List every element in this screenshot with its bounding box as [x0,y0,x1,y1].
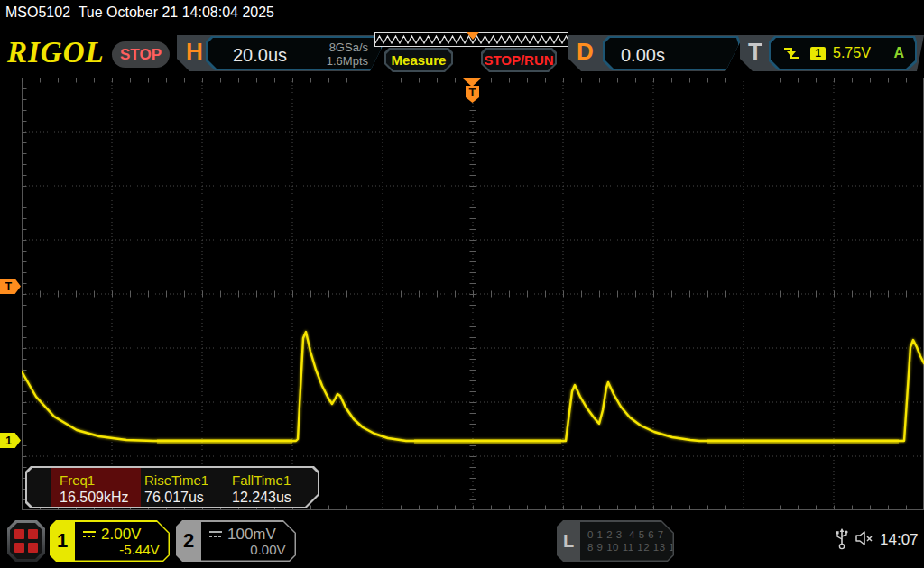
dc-coupling-icon [82,530,97,539]
run-state-indicator[interactable]: STOP [112,41,170,68]
run-state-label: STOP [120,46,162,64]
trigger-inner-box: 1 5.75V A [769,36,917,70]
trigger-slope-icon [783,46,801,60]
delay-label: D [577,38,594,66]
channel1-panel[interactable]: 1 2.00V -5.44V [50,520,170,562]
measurement-results-panel[interactable]: Freq1 16.509kHz RiseTime1 76.017us FallT… [25,466,319,508]
grid-menu-icon [10,523,42,559]
measure-button[interactable]: Measure [384,48,453,72]
logic-channels-row1: 0 1 2 3 4 5 6 7 [587,528,673,541]
channel1-offset: -5.44V [119,542,159,557]
overview-position-icon[interactable] [467,32,479,40]
ch1-ground-marker[interactable]: 1 [0,433,21,448]
trigger-level-marker[interactable]: T [0,279,21,294]
graticule [22,78,924,510]
trigger-label: T [748,38,762,66]
main-menu-button[interactable] [7,520,45,562]
dc-coupling-icon [208,530,223,539]
delay-settings-box[interactable]: D 0.00s [568,35,744,71]
clock: 14:07 [880,531,919,549]
rigol-logo: RIGOL [7,36,105,69]
oscilloscope-screen: MSO5102 Tue October 21 14:08:04 2025 RIG… [0,0,924,568]
channel2-number: 2 [176,520,201,562]
trigger-source-badge: 1 [810,47,826,60]
stop-run-button[interactable]: STOP/RUN [481,48,557,72]
timebase-value: 20.0us [233,45,287,66]
acquisition-info: 8GSa/s 1.6Mpts [327,41,368,68]
memory-depth: 1.6Mpts [327,54,368,68]
horizontal-inner-box: 20.0us 8GSa/s 1.6Mpts [206,36,383,70]
horizontal-label: H [186,38,203,66]
trigger-position-triangle-icon[interactable] [463,78,481,87]
channel1-scale: 2.00V [101,526,141,544]
channel2-panel[interactable]: 2 100mV 0.00V [176,520,296,562]
channel1-number: 1 [50,520,75,562]
speaker-muted-icon[interactable] [855,530,874,546]
channel2-scale: 100mV [227,526,276,544]
delay-inner-box: 0.00s [603,36,740,70]
channel2-offset: 0.00V [250,542,285,557]
trigger-status: A [893,45,904,61]
sample-rate: 8GSa/s [327,41,368,54]
logic-channels-panel[interactable]: L 0 1 2 3 4 5 6 7 8 9 10 11 12 13 14 15 [557,520,674,562]
model-and-datetime: MSO5102 Tue October 21 14:08:04 2025 [5,5,274,21]
trigger-settings-box[interactable]: T 1 5.75V A [740,35,924,71]
trigger-level-value: 5.75V [833,45,871,61]
delay-value: 0.00s [621,45,665,66]
usb-icon [835,528,849,550]
logic-channels-row2: 8 9 10 11 12 13 14 15 [587,541,673,554]
logic-panel-label: L [557,520,580,562]
horizontal-settings-box[interactable]: H 20.0us 8GSa/s 1.6Mpts [177,35,388,71]
